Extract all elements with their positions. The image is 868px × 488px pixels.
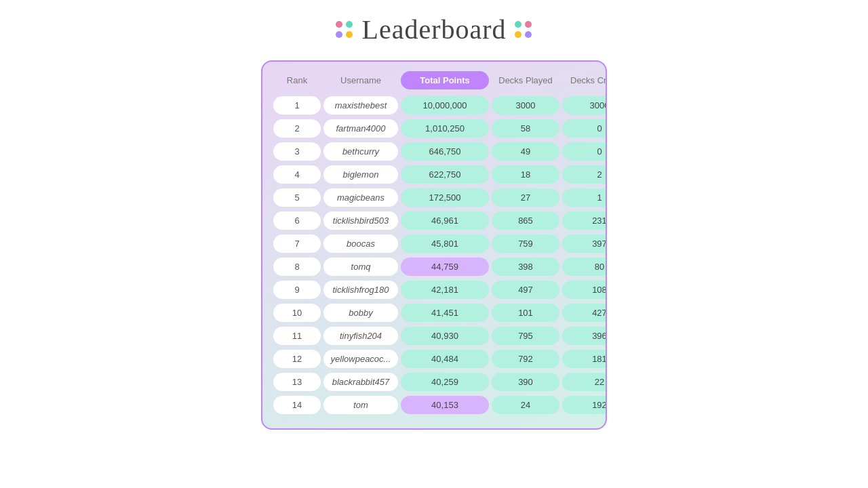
cell-rank: 5 xyxy=(273,188,321,207)
dot-left-2 xyxy=(346,21,353,28)
cell-username: tomq xyxy=(323,258,398,276)
cell-rank: 8 xyxy=(273,258,321,276)
cell-rank: 2 xyxy=(273,119,321,138)
cell-decks-played: 390 xyxy=(492,373,559,391)
cell-total-points: 45,801 xyxy=(401,235,489,253)
cell-total-points: 42,181 xyxy=(401,281,489,299)
cell-decks-played: 27 xyxy=(492,188,559,207)
cell-rank: 4 xyxy=(273,165,321,184)
cell-username: yellowpeacoc... xyxy=(323,350,398,368)
cell-decks-created: 192 xyxy=(562,396,607,414)
table-row: 14 tom 40,153 24 192 xyxy=(273,396,595,414)
cell-total-points: 646,750 xyxy=(401,142,489,161)
dot-right-3 xyxy=(515,31,521,38)
dot-right-1 xyxy=(515,21,521,28)
cell-rank: 14 xyxy=(273,396,321,414)
cell-decks-played: 795 xyxy=(492,327,559,345)
cell-username: bobby xyxy=(323,304,398,322)
cell-decks-created: 397 xyxy=(562,235,607,253)
cell-decks-played: 792 xyxy=(492,350,559,368)
table-row: 1 maxisthebest 10,000,000 3000 3000 xyxy=(273,96,595,115)
left-dots xyxy=(336,21,353,38)
cell-total-points: 1,010,250 xyxy=(401,119,489,138)
cell-total-points: 10,000,000 xyxy=(401,96,489,115)
cell-username: boocas xyxy=(323,235,398,253)
header-decks-created[interactable]: Decks Created xyxy=(562,71,607,89)
table-row: 8 tomq 44,759 398 80 xyxy=(273,258,595,276)
header-username: Username xyxy=(323,71,398,89)
cell-decks-created: 181 xyxy=(562,350,607,368)
cell-decks-played: 101 xyxy=(492,304,559,322)
dot-right-2 xyxy=(525,21,532,28)
cell-decks-created: 0 xyxy=(562,142,607,161)
table-row: 4 biglemon 622,750 18 2 xyxy=(273,165,595,184)
cell-rank: 9 xyxy=(273,281,321,299)
table-row: 9 ticklishfrog180 42,181 497 108 xyxy=(273,281,595,299)
cell-rank: 13 xyxy=(273,373,321,391)
cell-decks-created: 231 xyxy=(562,211,607,230)
table-row: 13 blackrabbit457 40,259 390 22 xyxy=(273,373,595,391)
cell-username: tom xyxy=(323,396,398,414)
cell-rank: 10 xyxy=(273,304,321,322)
cell-decks-played: 3000 xyxy=(492,96,559,115)
table-body: 1 maxisthebest 10,000,000 3000 3000 2 fa… xyxy=(273,96,595,414)
cell-total-points: 46,961 xyxy=(401,211,489,230)
cell-username: magicbeans xyxy=(323,188,398,207)
cell-total-points: 622,750 xyxy=(401,165,489,184)
cell-total-points: 172,500 xyxy=(401,188,489,207)
table-row: 3 bethcurry 646,750 49 0 xyxy=(273,142,595,161)
table-row: 7 boocas 45,801 759 397 xyxy=(273,235,595,253)
cell-username: ticklishfrog180 xyxy=(323,281,398,299)
leaderboard-container: Rank Username Total Points Decks Played … xyxy=(261,60,607,430)
right-dots xyxy=(515,21,532,38)
cell-total-points: 41,451 xyxy=(401,304,489,322)
cell-decks-created: 80 xyxy=(562,258,607,276)
dot-left-3 xyxy=(336,31,342,38)
cell-rank: 3 xyxy=(273,142,321,161)
cell-decks-played: 865 xyxy=(492,211,559,230)
cell-username: maxisthebest xyxy=(323,96,398,115)
cell-decks-created: 22 xyxy=(562,373,607,391)
cell-username: biglemon xyxy=(323,165,398,184)
cell-username: ticklishbird503 xyxy=(323,211,398,230)
cell-decks-played: 49 xyxy=(492,142,559,161)
cell-rank: 6 xyxy=(273,211,321,230)
dot-right-4 xyxy=(525,31,532,38)
cell-username: bethcurry xyxy=(323,142,398,161)
table-row: 6 ticklishbird503 46,961 865 231 xyxy=(273,211,595,230)
cell-rank: 1 xyxy=(273,96,321,115)
table-row: 11 tinyfish204 40,930 795 396 xyxy=(273,327,595,345)
cell-decks-played: 759 xyxy=(492,235,559,253)
cell-decks-played: 398 xyxy=(492,258,559,276)
cell-decks-played: 497 xyxy=(492,281,559,299)
table-row: 5 magicbeans 172,500 27 1 xyxy=(273,188,595,207)
cell-username: tinyfish204 xyxy=(323,327,398,345)
dot-left-4 xyxy=(346,31,353,38)
cell-rank: 7 xyxy=(273,235,321,253)
cell-username: blackrabbit457 xyxy=(323,373,398,391)
cell-decks-created: 396 xyxy=(562,327,607,345)
cell-total-points: 40,259 xyxy=(401,373,489,391)
header-decks-played[interactable]: Decks Played xyxy=(492,71,559,89)
header-total-points[interactable]: Total Points xyxy=(401,71,489,89)
cell-total-points: 40,153 xyxy=(401,396,489,414)
table-header: Rank Username Total Points Decks Played … xyxy=(273,71,595,89)
cell-decks-played: 58 xyxy=(492,119,559,138)
cell-total-points: 40,484 xyxy=(401,350,489,368)
cell-rank: 11 xyxy=(273,327,321,345)
table-row: 12 yellowpeacoc... 40,484 792 181 xyxy=(273,350,595,368)
cell-decks-created: 3000 xyxy=(562,96,607,115)
dot-left-1 xyxy=(336,21,342,28)
cell-decks-created: 427 xyxy=(562,304,607,322)
page-title: Leaderboard xyxy=(361,14,506,45)
header-rank: Rank xyxy=(273,71,321,89)
cell-decks-created: 0 xyxy=(562,119,607,138)
table-row: 2 fartman4000 1,010,250 58 0 xyxy=(273,119,595,138)
cell-decks-created: 1 xyxy=(562,188,607,207)
cell-decks-played: 24 xyxy=(492,396,559,414)
cell-decks-created: 2 xyxy=(562,165,607,184)
cell-decks-played: 18 xyxy=(492,165,559,184)
page-title-area: Leaderboard xyxy=(336,14,532,45)
cell-total-points: 44,759 xyxy=(401,258,489,276)
cell-total-points: 40,930 xyxy=(401,327,489,345)
